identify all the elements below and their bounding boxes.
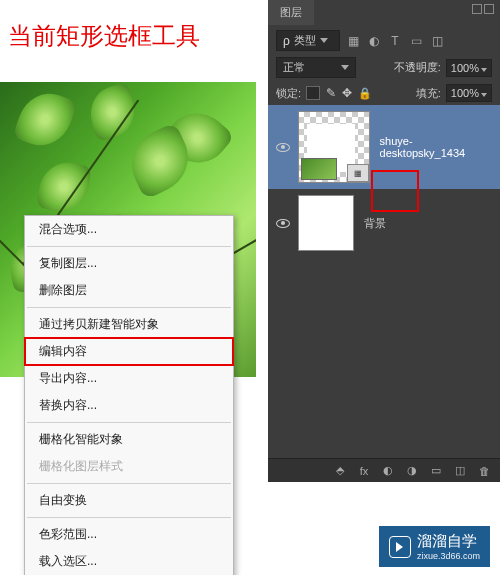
layers-panel-footer: ⬘ fx ◐ ◑ ▭ ◫ 🗑: [268, 458, 500, 482]
layer-row[interactable]: 背景: [268, 189, 500, 257]
annotation-title: 当前矩形选框工具: [8, 20, 200, 52]
new-layer-icon[interactable]: ◫: [452, 464, 468, 478]
watermark-title: 溜溜自学: [417, 532, 480, 551]
context-menu: 混合选项...复制图层...删除图层通过拷贝新建智能对象编辑内容导出内容...替…: [24, 215, 234, 575]
panel-collapse-icon[interactable]: [472, 4, 482, 14]
trash-icon[interactable]: 🗑: [476, 464, 492, 478]
filter-pixel-icon[interactable]: ▦: [345, 34, 361, 48]
menu-item[interactable]: 栅格化智能对象: [25, 426, 233, 453]
opacity-label: 不透明度:: [394, 60, 441, 75]
lock-transparent-icon[interactable]: [306, 86, 320, 100]
layer-name[interactable]: shuye-desktopsky_1434: [380, 135, 496, 159]
layer-filter-dropdown[interactable]: ρ 类型: [276, 30, 340, 51]
menu-item[interactable]: 混合选项...: [25, 216, 233, 243]
menu-item[interactable]: 载入选区...: [25, 548, 233, 575]
fx-icon[interactable]: fx: [356, 464, 372, 478]
menu-item[interactable]: 通过拷贝新建智能对象: [25, 311, 233, 338]
visibility-toggle[interactable]: [272, 219, 294, 228]
menu-item[interactable]: 编辑内容: [24, 337, 234, 366]
layer-thumbnail[interactable]: [298, 195, 354, 251]
menu-item[interactable]: 替换内容...: [25, 392, 233, 419]
mask-icon[interactable]: ◐: [380, 464, 396, 478]
fill-label: 填充:: [416, 86, 441, 101]
blend-mode-dropdown[interactable]: 正常: [276, 57, 356, 78]
filter-shape-icon[interactable]: ▭: [408, 34, 424, 48]
menu-item[interactable]: 导出内容...: [25, 365, 233, 392]
layers-tab[interactable]: 图层: [268, 0, 314, 27]
adjustment-icon[interactable]: ◑: [404, 464, 420, 478]
folder-icon[interactable]: ▭: [428, 464, 444, 478]
lock-label: 锁定:: [276, 86, 301, 101]
opacity-input[interactable]: 100%: [446, 59, 492, 77]
layer-thumbnail[interactable]: ▦: [298, 111, 370, 183]
menu-item[interactable]: 复制图层...: [25, 250, 233, 277]
visibility-toggle[interactable]: [272, 143, 294, 152]
panel-controls: [472, 4, 494, 14]
menu-separator: [27, 307, 231, 308]
menu-item[interactable]: 色彩范围...: [25, 521, 233, 548]
panel-menu-icon[interactable]: [484, 4, 494, 14]
menu-item[interactable]: 删除图层: [25, 277, 233, 304]
blend-mode-value: 正常: [283, 60, 305, 75]
filter-label: 类型: [294, 33, 316, 48]
smart-object-badge: ▦: [347, 164, 369, 182]
filter-smart-icon[interactable]: ◫: [429, 34, 445, 48]
menu-separator: [27, 422, 231, 423]
watermark-logo-icon: [389, 536, 411, 558]
fill-input[interactable]: 100%: [446, 84, 492, 102]
filter-text-icon[interactable]: T: [387, 34, 403, 48]
menu-item[interactable]: 自由变换: [25, 487, 233, 514]
lock-position-icon[interactable]: ✥: [342, 86, 352, 100]
menu-item: 栅格化图层样式: [25, 453, 233, 480]
layers-list: ▦ shuye-desktopsky_1434 背景: [268, 105, 500, 257]
menu-separator: [27, 483, 231, 484]
lock-pixels-icon[interactable]: ✎: [326, 86, 336, 100]
watermark-url: zixue.3d66.com: [417, 551, 480, 561]
filter-adjust-icon[interactable]: ◐: [366, 34, 382, 48]
watermark: 溜溜自学 zixue.3d66.com: [379, 526, 490, 567]
menu-separator: [27, 246, 231, 247]
layers-panel: 图层 ρ 类型 ▦ ◐ T ▭ ◫ 正常 不透明度: 100% 锁定: ✎ ✥ …: [268, 0, 500, 482]
layer-name[interactable]: 背景: [364, 216, 386, 231]
link-layers-icon[interactable]: ⬘: [332, 464, 348, 478]
layer-row[interactable]: ▦ shuye-desktopsky_1434: [268, 105, 500, 189]
lock-all-icon[interactable]: 🔒: [358, 87, 372, 100]
menu-separator: [27, 517, 231, 518]
